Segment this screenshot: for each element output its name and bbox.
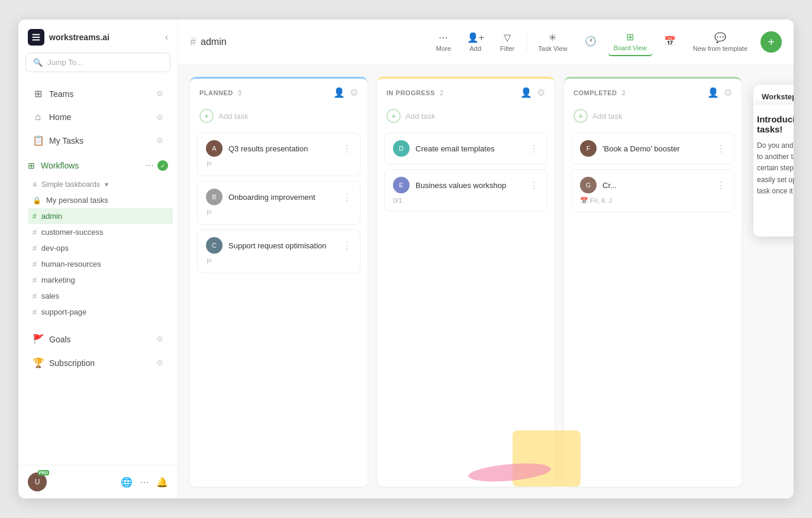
column-settings-icon[interactable]: ⚙ <box>350 87 358 98</box>
more-dots-icon: ⋯ <box>439 32 448 43</box>
column-assignee-icon[interactable]: 👤 <box>520 87 532 98</box>
column-planned-count: 3 <box>238 89 241 96</box>
sidebar-item-personal[interactable]: 🔒 My personal tasks <box>28 192 173 208</box>
column-completed-header: COMPLETED 2 👤 ⚙ <box>564 79 742 104</box>
board-area: PLANNED 3 👤 ⚙ + Add task A <box>178 65 794 498</box>
avatar: B <box>206 189 223 205</box>
sidebar-item-customer-success[interactable]: # customer-success <box>28 224 173 240</box>
column-settings-icon[interactable]: ⚙ <box>537 87 545 98</box>
more-icon[interactable]: ⋯ <box>140 477 149 488</box>
auto-forward-tooltip: Introducing auto-forwarding tasks! Do yo… <box>753 105 794 237</box>
goals-icon: 🚩 <box>33 334 43 345</box>
task-menu-icon[interactable]: ⋮ <box>716 180 726 191</box>
bell-icon[interactable]: 🔔 <box>156 477 168 488</box>
sidebar-header: workstreams.ai ‹ <box>18 20 178 53</box>
sidebar-item-label: Teams <box>49 89 73 99</box>
workflows-more-icon[interactable]: ⋯ <box>146 161 154 170</box>
task-card[interactable]: B Onboarding improvement ⋮ 🏳 <box>197 181 360 225</box>
toolbar-template-label: New from template <box>693 45 747 52</box>
sidebar-item-support-page[interactable]: # support-page <box>28 304 173 320</box>
column-in-progress-title: IN PROGRESS <box>386 89 435 96</box>
column-completed-title: COMPLETED <box>573 89 617 96</box>
toolbar-board-view-label: Board View <box>614 44 647 51</box>
workflows-submenu: ≡ Simple taskboards ▾ 🔒 My personal task… <box>23 177 173 320</box>
add-task-in-progress[interactable]: + Add task <box>377 104 555 130</box>
globe-icon[interactable]: 🌐 <box>121 477 133 488</box>
subscription-icon: 🏆 <box>33 357 43 368</box>
task-menu-icon[interactable]: ⋮ <box>529 180 539 191</box>
task-title: Onboarding improvement <box>228 193 315 202</box>
workflows-header[interactable]: ⊞ Workflows ⋯ ✓ <box>23 154 173 177</box>
avatar: C <box>206 237 223 254</box>
subscription-settings-icon[interactable]: ⚙ <box>156 358 163 367</box>
toolbar-task-view[interactable]: ✳ Task View <box>532 28 573 56</box>
hash-icon: # <box>33 212 37 221</box>
task-menu-icon[interactable]: ⋮ <box>342 143 352 154</box>
sidebar-item-subscription[interactable]: 🏆 Subscription ⚙ <box>23 351 173 374</box>
new-task-button[interactable]: + <box>761 31 782 53</box>
channel-hash: # <box>190 36 196 48</box>
toolbar-filter[interactable]: ▽ Filter <box>492 28 522 56</box>
sidebar-item-home[interactable]: ⌂ Home ⚙ <box>23 106 173 128</box>
column-assignee-icon[interactable]: 👤 <box>707 87 719 98</box>
task-title: Q3 results presentation <box>228 144 308 153</box>
toolbar-board-view[interactable]: ⊞ Board View <box>608 28 653 56</box>
goals-settings-icon[interactable]: ⚙ <box>156 335 163 344</box>
main-header: # admin ⋯ More 👤+ Add ▽ Filter ✳ <box>178 20 794 65</box>
toolbar-add[interactable]: 👤+ Add <box>460 28 490 56</box>
task-menu-icon[interactable]: ⋮ <box>342 192 352 203</box>
task-menu-icon[interactable]: ⋮ <box>716 143 726 154</box>
add-task-label: Add task <box>218 112 249 121</box>
toolbar-clock[interactable]: 🕐 <box>576 32 605 52</box>
sidebar-bottom: U PRO 🌐 ⋯ 🔔 <box>18 465 178 498</box>
hash-icon: # <box>33 260 37 268</box>
hash-icon: # <box>33 228 37 237</box>
column-settings-icon[interactable]: ⚙ <box>724 87 732 98</box>
taskboards-icon: ≡ <box>33 180 37 189</box>
toolbar-more[interactable]: ⋯ More <box>428 28 458 56</box>
add-task-completed[interactable]: + Add task <box>564 104 742 130</box>
task-title: Cr... <box>602 181 617 190</box>
toolbar-more-label: More <box>436 45 451 52</box>
task-card[interactable]: C Support request optimisation ⋮ 🏳 <box>197 229 360 273</box>
sidebar-item-dev-ops[interactable]: # dev-ops <box>28 240 173 256</box>
task-title: 'Book a Demo' booster <box>602 144 680 153</box>
user-info[interactable]: U PRO <box>28 472 47 491</box>
pro-badge: PRO <box>38 470 49 475</box>
sidebar-item-label: My personal tasks <box>46 196 108 205</box>
sidebar-item-label: support-page <box>41 307 87 316</box>
simple-taskboards-header[interactable]: ≡ Simple taskboards ▾ <box>28 177 173 192</box>
sidebar-item-label: human-resources <box>41 260 101 268</box>
task-card[interactable]: D Create email templates ⋮ <box>384 132 547 164</box>
toolbar-new-from-template[interactable]: 💬 New from template <box>687 28 753 56</box>
sidebar-item-goals[interactable]: 🚩 Goals ⚙ <box>23 328 173 351</box>
toolbar-filter-label: Filter <box>500 45 514 52</box>
sidebar-item-my-tasks[interactable]: 📋 My Tasks ⚙ <box>23 129 173 152</box>
task-menu-icon[interactable]: ⋮ <box>342 240 352 251</box>
home-settings-icon[interactable]: ⚙ <box>156 113 163 122</box>
sidebar-item-label: dev-ops <box>41 244 69 252</box>
column-assignee-icon[interactable]: 👤 <box>333 87 345 98</box>
hash-icon: # <box>33 244 37 252</box>
my-tasks-settings-icon[interactable]: ⚙ <box>156 136 163 145</box>
task-card[interactable]: G Cr... ⋮ 📅 Fri, 6. J <box>571 169 734 212</box>
teams-settings-icon[interactable]: ⚙ <box>156 89 163 98</box>
sidebar-item-admin[interactable]: # admin <box>28 208 173 224</box>
workflows-label: Workflows <box>41 161 79 170</box>
search-bar[interactable]: 🔍 Jump To... <box>25 53 170 72</box>
sidebar-item-teams[interactable]: ⊞ Teams ⚙ <box>23 82 173 105</box>
task-card[interactable]: F 'Book a Demo' booster ⋮ <box>571 132 734 164</box>
sidebar-item-sales[interactable]: # sales <box>28 288 173 304</box>
add-task-planned[interactable]: + Add task <box>190 104 368 130</box>
column-completed-actions: 👤 ⚙ <box>707 87 732 98</box>
task-menu-icon[interactable]: ⋮ <box>529 143 539 154</box>
column-in-progress-count: 2 <box>440 89 443 96</box>
sidebar-item-marketing[interactable]: # marketing <box>28 272 173 288</box>
task-card[interactable]: A Q3 results presentation ⋮ 🏳 <box>197 132 360 176</box>
sidebar-close-icon[interactable]: ‹ <box>165 32 168 43</box>
sidebar-item-human-resources[interactable]: # human-resources <box>28 256 173 272</box>
lock-icon: 🔒 <box>33 196 41 205</box>
task-card[interactable]: E Business values workshop ⋮ 0/1 <box>384 169 547 212</box>
hash-icon: # <box>33 276 37 284</box>
toolbar-calendar[interactable]: 📅 <box>655 32 685 52</box>
